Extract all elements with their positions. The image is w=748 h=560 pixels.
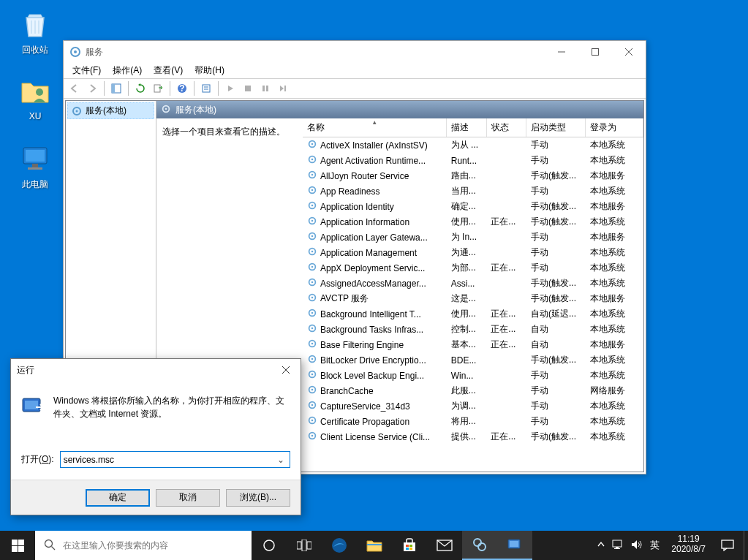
service-row[interactable]: Background Intelligent T...使用...正在...自动(…: [303, 306, 643, 322]
gear-icon: [307, 154, 317, 167]
service-row[interactable]: Client License Service (Cli...提供...正在...…: [303, 429, 643, 444]
service-row[interactable]: Block Level Backup Engi...Win...手动本地系统: [303, 368, 643, 383]
svg-point-60: [311, 389, 314, 391]
service-startup: 手动: [526, 414, 586, 429]
service-row[interactable]: BranchCache此服...手动网络服务: [303, 383, 643, 398]
minimize-button[interactable]: [545, 41, 578, 63]
tree-node-services-local[interactable]: 服务(本地): [67, 102, 154, 119]
cancel-button[interactable]: 取消: [156, 489, 220, 507]
column-name[interactable]: 名称▲: [303, 118, 447, 137]
services-list[interactable]: 名称▲ 描述 状态 启动类型 登录为 ActiveX Installer (Ax…: [303, 118, 643, 472]
taskbar-search[interactable]: 在这里输入你要搜索的内容: [35, 531, 252, 560]
service-row[interactable]: AVCTP 服务这是...手动(触发...本地服务: [303, 291, 643, 306]
network-icon[interactable]: [612, 540, 624, 552]
service-row[interactable]: CaptureService_314d3为调...手动本地系统: [303, 398, 643, 414]
service-name: Base Filtering Engine: [320, 340, 404, 350]
service-startup: 手动: [526, 153, 586, 168]
help-button[interactable]: ?: [174, 80, 190, 97]
menu-file[interactable]: 文件(F): [67, 63, 107, 78]
service-status: [486, 368, 526, 383]
desktop-icon-label: 此电脑: [7, 178, 63, 191]
menu-action[interactable]: 操作(A): [107, 63, 148, 78]
run-icon: [21, 394, 45, 417]
tray-chevron-up-icon[interactable]: [597, 540, 605, 550]
taskbar-clock[interactable]: 11:19 2020/8/7: [665, 531, 711, 560]
taskbar-explorer[interactable]: [357, 531, 392, 560]
task-view-button[interactable]: [287, 531, 322, 560]
ok-button[interactable]: 确定: [86, 489, 150, 507]
taskbar-edge[interactable]: [322, 531, 357, 560]
service-row[interactable]: AllJoyn Router Service路由...手动(触发...本地服务: [303, 168, 643, 183]
service-row[interactable]: Agent Activation Runtime...Runt...手动本地系统: [303, 153, 643, 168]
desktop-icon-recycle-bin[interactable]: 回收站: [7, 6, 63, 56]
column-logon-as[interactable]: 登录为: [586, 118, 643, 137]
column-status[interactable]: 状态: [486, 118, 526, 137]
taskbar-store[interactable]: [392, 531, 427, 560]
svg-point-44: [311, 266, 314, 268]
service-row[interactable]: BitLocker Drive Encryptio...BDE...手动(触发.…: [303, 352, 643, 368]
service-row[interactable]: Base Filtering Engine基本...正在...自动本地服务: [303, 337, 643, 352]
open-combobox[interactable]: ⌄: [60, 451, 290, 468]
gear-icon: [307, 431, 317, 443]
show-desktop-button[interactable]: [744, 531, 748, 560]
pane-header: 服务(本地): [156, 101, 643, 118]
svg-point-6: [74, 50, 77, 53]
action-center-button[interactable]: [711, 531, 744, 560]
desktop-icon-user-folder[interactable]: XU: [7, 73, 63, 121]
service-name: Block Level Backup Engi...: [320, 371, 424, 381]
service-logon: 本地系统: [586, 137, 643, 154]
column-description[interactable]: 描述: [447, 118, 487, 137]
service-logon: 本地系统: [586, 214, 643, 230]
service-desc: 这是...: [447, 291, 487, 306]
svg-rect-84: [406, 545, 409, 547]
service-row[interactable]: App Readiness当用...手动本地系统: [303, 183, 643, 199]
volume-icon[interactable]: [631, 540, 643, 552]
svg-rect-92: [510, 541, 518, 547]
service-status: [486, 383, 526, 398]
service-row[interactable]: Application Management为通...手动本地系统: [303, 245, 643, 260]
chevron-down-icon[interactable]: ⌄: [275, 455, 287, 465]
taskbar-run[interactable]: [497, 531, 532, 560]
maximize-button[interactable]: [578, 41, 612, 63]
service-row[interactable]: ActiveX Installer (AxInstSV)为从 ...手动本地系统: [303, 137, 643, 154]
service-row[interactable]: Application Information使用...正在...手动(触发..…: [303, 214, 643, 230]
show-hide-tree-button[interactable]: [108, 80, 124, 97]
service-row[interactable]: Application Identity确定...手动(触发...本地服务: [303, 199, 643, 214]
properties-button[interactable]: [198, 80, 214, 97]
svg-rect-85: [409, 545, 412, 547]
svg-point-56: [311, 358, 314, 360]
service-logon: 本地系统: [586, 429, 643, 444]
column-startup-type[interactable]: 启动类型: [526, 118, 586, 137]
service-row[interactable]: Application Layer Gatewa...为 In...手动本地服务: [303, 230, 643, 245]
desktop-icon-this-pc[interactable]: 此电脑: [7, 140, 63, 191]
run-dialog: 运行 Windows 将根据你所输入的名称，为你打开相应的程序、文件夹、文档或 …: [10, 358, 301, 515]
open-input[interactable]: [64, 455, 275, 465]
window-title: 服务: [86, 46, 545, 58]
menu-help[interactable]: 帮助(H): [189, 63, 230, 78]
pause-service-button: [257, 80, 273, 97]
menu-view[interactable]: 查看(V): [148, 63, 189, 78]
refresh-button[interactable]: [132, 80, 148, 97]
close-button[interactable]: [612, 41, 646, 63]
service-logon: 网络服务: [586, 383, 643, 398]
service-logon: 本地系统: [586, 398, 643, 414]
run-titlebar[interactable]: 运行: [11, 359, 301, 381]
taskbar-mail[interactable]: [427, 531, 462, 560]
start-button[interactable]: [0, 531, 35, 560]
service-name: App Readiness: [320, 186, 379, 197]
service-row[interactable]: Background Tasks Infras...控制...正在...自动本地…: [303, 322, 643, 337]
ime-indicator[interactable]: 英: [650, 539, 660, 552]
service-row[interactable]: AppX Deployment Servic...为部...正在...手动本地系…: [303, 260, 643, 276]
export-button[interactable]: [150, 80, 166, 97]
close-button[interactable]: [271, 359, 301, 381]
taskbar: 在这里输入你要搜索的内容 英 11:19 2020/8/7: [0, 531, 748, 560]
service-row[interactable]: AssignedAccessManager...Assi...手动(触发...本…: [303, 276, 643, 291]
svg-point-0: [36, 88, 43, 96]
service-row[interactable]: Certificate Propagation将用...手动本地系统: [303, 414, 643, 429]
svg-rect-71: [12, 540, 18, 545]
cortana-button[interactable]: [252, 531, 287, 560]
service-status: 正在...: [486, 337, 526, 352]
titlebar[interactable]: 服务: [64, 41, 646, 63]
taskbar-services[interactable]: [462, 531, 497, 560]
browse-button[interactable]: 浏览(B)...: [226, 489, 290, 507]
